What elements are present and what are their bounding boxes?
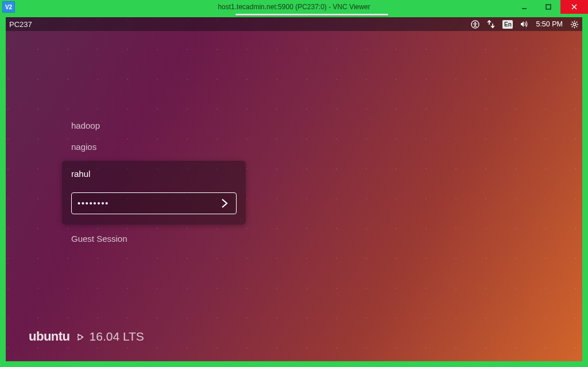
svg-point-16 bbox=[82, 337, 83, 338]
system-tray: En 5:50 PM bbox=[470, 17, 579, 31]
svg-point-6 bbox=[573, 23, 576, 26]
remote-desktop-area: PC237 En 5:50 PM hadoop nagios bbox=[6, 17, 582, 361]
user-option-hadoop[interactable]: hadoop bbox=[62, 115, 246, 136]
clock[interactable]: 5:50 PM bbox=[536, 20, 563, 28]
selected-username: rahul bbox=[71, 169, 237, 179]
svg-line-11 bbox=[571, 21, 572, 22]
ubuntu-logo-icon bbox=[76, 329, 84, 337]
window-controls bbox=[512, 0, 588, 14]
ubuntu-branding: ubuntu 16.04 LTS bbox=[29, 329, 144, 344]
network-icon[interactable] bbox=[486, 20, 496, 29]
volume-icon[interactable] bbox=[520, 20, 529, 29]
selected-user-card: rahul bbox=[62, 161, 246, 225]
login-panel: hadoop nagios rahul Guest Session bbox=[62, 115, 246, 249]
minimize-button[interactable] bbox=[512, 0, 536, 14]
svg-point-17 bbox=[78, 334, 79, 335]
close-button[interactable] bbox=[560, 0, 588, 14]
password-field-wrapper bbox=[71, 192, 237, 214]
svg-line-12 bbox=[576, 26, 577, 27]
svg-line-13 bbox=[576, 21, 577, 22]
accessibility-icon[interactable] bbox=[470, 20, 479, 29]
svg-rect-1 bbox=[546, 5, 551, 9]
minimize-icon bbox=[521, 4, 527, 10]
user-option-guest[interactable]: Guest Session bbox=[62, 228, 246, 249]
maximize-icon bbox=[546, 4, 551, 10]
svg-point-5 bbox=[474, 22, 475, 23]
user-option-nagios[interactable]: nagios bbox=[62, 136, 246, 157]
vnc-titlebar: V2 host1.tecadmin.net:5900 (PC237:0) - V… bbox=[0, 0, 588, 14]
chevron-right-icon bbox=[219, 198, 230, 209]
ubuntu-menubar: PC237 En 5:50 PM bbox=[6, 17, 582, 31]
close-icon bbox=[571, 4, 577, 10]
hostname-label: PC237 bbox=[9, 20, 32, 29]
svg-line-14 bbox=[571, 26, 572, 27]
keyboard-layout-indicator[interactable]: En bbox=[502, 20, 513, 29]
maximize-button[interactable] bbox=[536, 0, 560, 14]
svg-point-15 bbox=[78, 335, 82, 339]
window-title: host1.tecadmin.net:5900 (PC237:0) - VNC … bbox=[0, 3, 588, 11]
password-input[interactable] bbox=[78, 199, 216, 208]
login-submit-button[interactable] bbox=[216, 195, 233, 211]
brand-name: ubuntu bbox=[29, 329, 70, 344]
svg-point-18 bbox=[78, 339, 79, 341]
vnc-toolbar-handle[interactable] bbox=[235, 14, 388, 16]
settings-gear-icon[interactable] bbox=[570, 20, 579, 29]
brand-version: 16.04 LTS bbox=[90, 330, 144, 343]
